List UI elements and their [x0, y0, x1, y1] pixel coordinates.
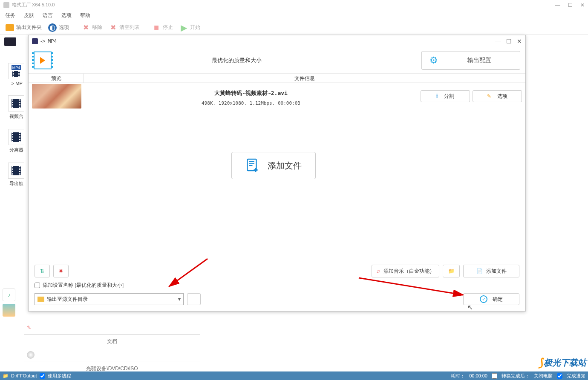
image-category-icon[interactable]	[3, 304, 15, 317]
sidebar-mp4-label: -> MP	[6, 81, 26, 86]
append-name-label: 添加设置名称 [最优化的质量和大小]	[43, 282, 124, 289]
close-icon[interactable]: ✕	[580, 2, 585, 8]
film-icon	[12, 132, 21, 142]
ok-button[interactable]: ✓ 确定	[463, 293, 519, 305]
notify-checkbox[interactable]	[557, 373, 562, 379]
file-name: 大黄蜂转码-视频素材~2.avi	[81, 89, 421, 97]
delete-item-button[interactable]: ✖	[53, 265, 69, 277]
add-file-button-small[interactable]: 📄 添加文件	[463, 265, 519, 277]
audio-category-icon[interactable]: ♪	[3, 289, 15, 301]
folder-icon	[6, 24, 14, 31]
add-file-large-label: 添加文件	[268, 160, 302, 171]
sidebar-item-export-frame[interactable]: 导出帧	[6, 163, 26, 187]
sidebar-item-separator[interactable]: 分离器	[6, 129, 26, 153]
disc-icon	[27, 351, 35, 359]
output-folder-button[interactable]: 输出文件夹	[3, 22, 44, 33]
split-icon: ⦙⦙	[436, 93, 438, 99]
dialog-maximize-icon[interactable]: ☐	[506, 38, 512, 45]
sidebar-merge-label: 视频合	[6, 113, 26, 120]
start-icon: ▶	[179, 23, 188, 32]
chevron-down-icon: ▾	[178, 296, 181, 302]
sidebar-item-mp4[interactable]: MP4 -> MP	[6, 63, 26, 86]
video-category-icon[interactable]	[4, 37, 16, 46]
col-fileinfo: 文件信息	[84, 74, 525, 83]
file-meta: 498K, 1920x1080, 1.12Mbps, 00:00:03	[81, 100, 421, 106]
folder-status-icon: 📁	[3, 373, 9, 379]
window-title: 格式工厂 X64 5.10.0	[12, 2, 55, 8]
after-convert-checkbox[interactable]	[492, 373, 497, 379]
output-dir-label: 输出至源文件目录	[47, 296, 88, 303]
music-icon: ♬	[376, 268, 380, 274]
file-option-button[interactable]: ✎ 选项	[473, 90, 522, 102]
dialog-close-icon[interactable]: ✕	[517, 38, 522, 45]
folder-small-icon	[37, 297, 44, 302]
svg-rect-0	[248, 159, 257, 171]
add-file-icon	[245, 158, 261, 173]
options-button[interactable]: ◐ 选项	[45, 22, 72, 33]
film-icon	[12, 166, 21, 175]
sidebar-item-merge[interactable]: 视频合	[6, 95, 26, 120]
disc-icon-row	[24, 348, 200, 362]
minimize-icon[interactable]: —	[555, 2, 560, 8]
toolbar: 输出文件夹 ◐ 选项 ✖ 移除 ✖ 清空列表 ■ 停止 ▶ 开始	[0, 20, 588, 35]
ok-label: 确定	[493, 296, 503, 303]
notify-label: 完成通知	[567, 373, 585, 379]
file-list-header: 预览 文件信息	[29, 74, 525, 83]
film-icon	[12, 99, 21, 108]
dialog-minimize-icon[interactable]: —	[495, 38, 501, 45]
file-row[interactable]: 大黄蜂转码-视频素材~2.avi 498K, 1920x1080, 1.12Mb…	[29, 83, 525, 109]
folder-plus-icon: 📁	[448, 268, 455, 274]
add-music-label: 添加音乐（白金功能）	[383, 268, 435, 275]
file-thumbnail	[32, 84, 81, 109]
append-name-checkbox[interactable]	[35, 283, 40, 288]
doc-bar-icon-row: ✎	[24, 321, 200, 334]
output-folder-label: 输出文件夹	[16, 24, 42, 31]
quality-label: 最优化的质量和大小	[52, 57, 421, 64]
clear-button[interactable]: ✖ 清空列表	[106, 22, 142, 33]
add-music-button[interactable]: ♬ 添加音乐（白金功能）	[372, 265, 439, 277]
split-button[interactable]: ⦙⦙ 分割	[421, 90, 470, 102]
merge-toggle-button[interactable]: ⇅	[35, 265, 50, 277]
add-folder-button[interactable]: 📁	[443, 265, 460, 277]
menu-task[interactable]: 任务	[5, 12, 15, 19]
options-label: 选项	[59, 24, 69, 31]
dialog-footer: ⇅ ✖ ♬ 添加音乐（白金功能） 📁 📄 添加文件 添加设置名称 [最优化的质量…	[29, 260, 525, 311]
start-button[interactable]: ▶ 开始	[176, 22, 203, 33]
output-config-label: 输出配置	[447, 57, 512, 64]
menubar: 任务 皮肤 语言 选项 帮助	[0, 10, 588, 20]
col-preview: 预览	[29, 74, 84, 83]
menu-skin[interactable]: 皮肤	[24, 12, 34, 19]
document-edit-icon: ✎	[27, 325, 31, 331]
multithread-checkbox[interactable]	[40, 373, 45, 379]
menu-help[interactable]: 帮助	[80, 12, 90, 19]
output-path[interactable]: D:\FFOutput	[11, 373, 37, 378]
output-config-button[interactable]: ⚙ 输出配置	[421, 51, 520, 70]
browse-folder-button[interactable]	[187, 293, 201, 305]
dialog-arrow: ->	[40, 38, 45, 44]
maximize-icon[interactable]: ☐	[568, 2, 573, 8]
output-dir-combo[interactable]: 输出至源文件目录 ▾	[35, 293, 184, 305]
check-icon: ✓	[480, 295, 487, 303]
add-file-button-large[interactable]: 添加文件	[231, 152, 316, 179]
remove-label: 移除	[92, 24, 102, 31]
remove-icon: ✖	[81, 23, 90, 32]
clear-icon: ✖	[108, 23, 118, 32]
clear-label: 清空列表	[119, 24, 140, 31]
sidebar-export-label: 导出帧	[6, 180, 26, 187]
remove-button[interactable]: ✖ 移除	[78, 22, 105, 33]
options-icon: ◐	[48, 23, 57, 32]
doc-bar[interactable]: 文档	[24, 334, 200, 348]
dialog-titlebar: -> MP4 — ☐ ✕	[29, 35, 525, 47]
app-icon	[3, 2, 9, 8]
menu-option[interactable]: 选项	[61, 12, 72, 19]
main-titlebar: 格式工厂 X64 5.10.0 — ☐ ✕	[0, 0, 588, 10]
watermark: ⟆ 极光下载站	[518, 354, 586, 371]
stop-button[interactable]: ■ 停止	[149, 22, 176, 33]
mp4-dialog: -> MP4 — ☐ ✕ 最优化的质量和大小 ⚙ 输出配置 预览 文件信息 大黄…	[28, 35, 526, 311]
add-file-small-label: 添加文件	[486, 268, 507, 275]
stop-label: 停止	[163, 24, 173, 31]
menu-lang[interactable]: 语言	[43, 12, 53, 19]
dialog-format: MP4	[48, 38, 57, 44]
elapsed-label: 耗时：	[451, 373, 465, 379]
split-label: 分割	[444, 93, 454, 100]
